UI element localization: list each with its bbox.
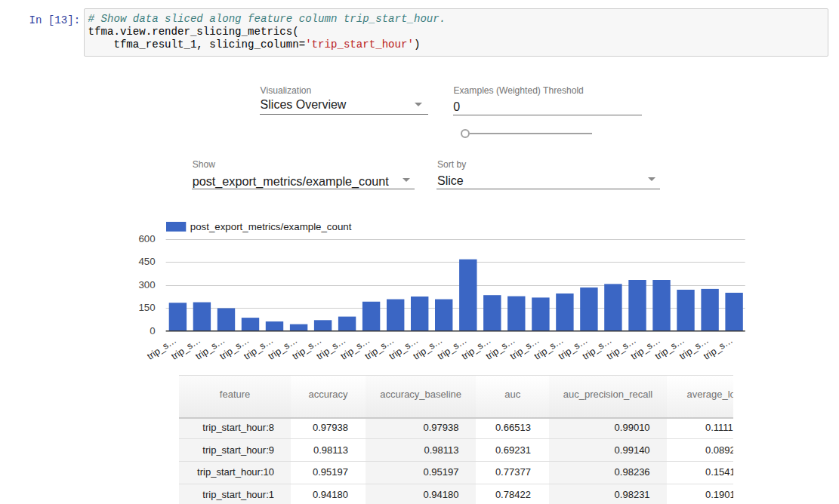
svg-text:post_export_metrics/example_co: post_export_metrics/example_count bbox=[190, 221, 352, 232]
svg-text:0: 0 bbox=[150, 325, 155, 337]
svg-text:150: 150 bbox=[138, 302, 155, 313]
svg-text:450: 450 bbox=[138, 256, 155, 267]
svg-text:600: 600 bbox=[138, 233, 155, 244]
svg-text:300: 300 bbox=[138, 279, 155, 290]
